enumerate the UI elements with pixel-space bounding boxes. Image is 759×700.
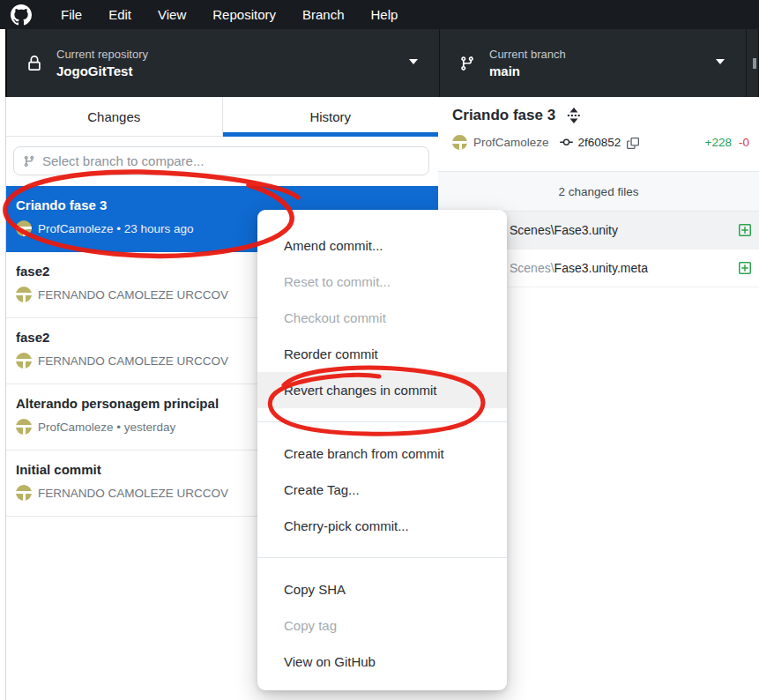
context-menu-item[interactable]: Checkout commit (257, 300, 507, 336)
commit-context-menu: Amend commit... Reset to commit... Check… (257, 210, 507, 690)
menu-bar-item[interactable]: View (145, 0, 199, 29)
context-menu-item[interactable]: Copy SHA (257, 571, 507, 607)
panel-tabs: Changes History (6, 97, 438, 137)
file-dir: Scenes\ (510, 223, 554, 237)
branch-picker-label: Current branch (489, 48, 566, 61)
context-menu-item[interactable]: Reorder commit (257, 336, 507, 372)
menu-bar-item[interactable]: Repository (199, 0, 289, 29)
repository-name: JogoGitTest (56, 63, 148, 78)
context-menu-item[interactable]: Create branch from commit (257, 436, 507, 472)
context-menu-item[interactable]: Revert changes in commit (257, 372, 507, 408)
commit-meta: ProfCamoleze • 23 hours ago (38, 222, 194, 235)
avatar (16, 287, 32, 302)
context-menu-item (257, 421, 507, 422)
file-dir: Scenes\ (510, 261, 554, 275)
diff-added-icon (738, 261, 752, 275)
commit-meta: FERNANDO CAMOLEZE URCCOV (38, 288, 228, 302)
menu-bar-item[interactable]: File (48, 0, 95, 29)
compare-branch-input[interactable]: Select branch to compare... (13, 146, 429, 175)
file-name: Fase3.unity (554, 223, 618, 237)
commit-meta: FERNANDO CAMOLEZE URCCOV (38, 487, 228, 500)
avatar (452, 135, 467, 150)
branch-picker[interactable]: Current branch main (440, 29, 747, 97)
commit-detail-title: Criando fase 3 (452, 107, 555, 124)
context-menu-item[interactable]: Cherry-pick commit... (257, 508, 507, 544)
context-menu-item (257, 557, 507, 558)
context-menu-item[interactable]: Reset to commit... (257, 264, 507, 300)
compare-row: Select branch to compare... (6, 137, 438, 186)
changed-files-bar[interactable]: 2 changed files (438, 171, 759, 212)
toolbar: Current repository JogoGitTest Current b… (5, 29, 759, 97)
copy-icon[interactable] (627, 137, 639, 149)
branch-icon (23, 155, 35, 168)
menu-bar-item[interactable]: Edit (95, 0, 145, 29)
chevron-down-icon (716, 59, 725, 64)
repository-picker[interactable]: Current repository JogoGitTest (7, 29, 440, 97)
commit-meta: FERNANDO CAMOLEZE URCCOV (38, 354, 228, 368)
context-menu-item[interactable]: Copy tag (257, 607, 507, 644)
commit-detail-header: Criando fase 3 ProfCamoleze 2f60852 (438, 97, 759, 171)
partial-icon (753, 58, 756, 69)
context-menu-item[interactable]: View on GitHub (257, 644, 507, 680)
branch-name: main (489, 63, 566, 78)
context-menu-item[interactable]: Create Tag... (257, 472, 507, 508)
github-desktop-window: File Edit View Repository Branch Help Cu… (0, 0, 759, 700)
file-name: Fase3.unity.meta (554, 261, 648, 275)
menu-bar-item[interactable]: Help (358, 0, 412, 29)
additions-count: +228 (705, 136, 732, 149)
chevron-down-icon (409, 59, 418, 64)
tab[interactable]: History (222, 97, 439, 136)
commit-icon (560, 136, 573, 149)
menu-bar: File Edit View Repository Branch Help (0, 0, 759, 29)
branch-icon (459, 56, 475, 71)
commit-sha: 2f60852 (578, 136, 621, 149)
deletions-count: -0 (739, 136, 749, 149)
context-menu-item[interactable]: Amend commit... (257, 227, 507, 264)
commit-author: ProfCamoleze (473, 136, 549, 149)
diff-added-icon (738, 223, 752, 237)
repository-picker-label: Current repository (56, 48, 148, 61)
commit-meta: ProfCamoleze • yesterday (38, 421, 175, 434)
compare-placeholder: Select branch to compare... (42, 153, 204, 168)
tab[interactable]: Changes (6, 97, 222, 136)
lock-icon (26, 56, 42, 71)
toolbar-section-partial[interactable] (747, 29, 759, 97)
avatar (16, 220, 32, 236)
github-logo-icon (11, 4, 32, 26)
avatar (16, 353, 32, 369)
menu-bar-item[interactable]: Branch (289, 0, 358, 29)
expand-commit-icon[interactable] (567, 107, 581, 124)
avatar (16, 419, 32, 435)
avatar (16, 485, 32, 501)
